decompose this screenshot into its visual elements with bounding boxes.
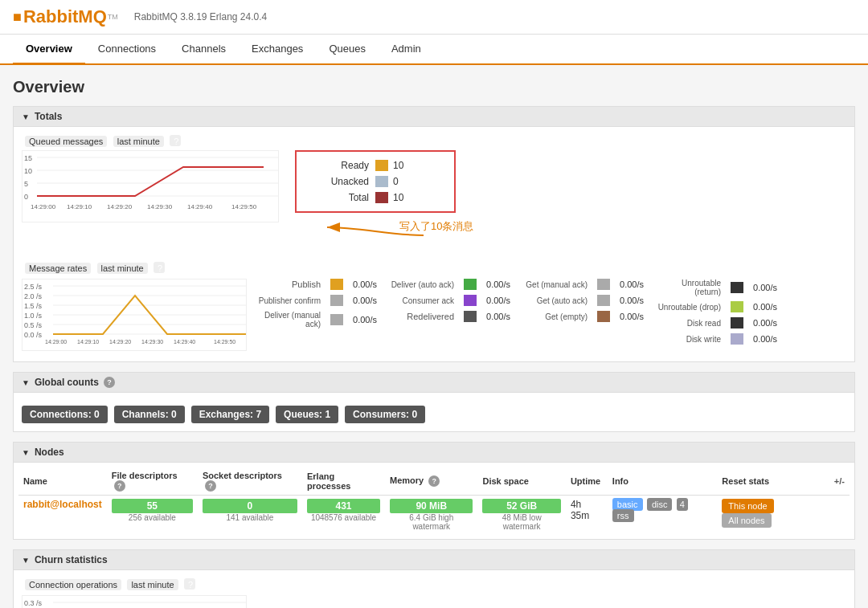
channels-badge[interactable]: Channels: 0 bbox=[114, 406, 185, 423]
svg-text:14:29:00: 14:29:00 bbox=[45, 339, 67, 345]
logo: ■ RabbitMQ TM bbox=[13, 6, 118, 27]
tag-disc: disc bbox=[647, 498, 673, 511]
erlang-proc-avail: 1048576 available bbox=[307, 513, 380, 522]
churn-section: Churn statistics Connection operations l… bbox=[13, 549, 855, 608]
rate-disk-write: Disk write 0.00/s bbox=[657, 333, 777, 345]
svg-text:14:29:30: 14:29:30 bbox=[147, 203, 173, 210]
tag-num: 4 bbox=[677, 498, 688, 511]
disk-note: 48 MiB low watermark bbox=[482, 513, 560, 531]
svg-text:0.5 /s: 0.5 /s bbox=[24, 321, 43, 329]
svg-text:14:29:40: 14:29:40 bbox=[187, 203, 213, 210]
rate-get-auto: Get (auto ack) 0.00/s bbox=[523, 295, 644, 306]
svg-text:5: 5 bbox=[24, 180, 28, 188]
global-counts-help[interactable]: ? bbox=[104, 377, 115, 388]
rate-get-empty-value: 0.00/s bbox=[620, 312, 644, 321]
global-counts-section: Global counts ? Connections: 0 Channels:… bbox=[13, 372, 855, 432]
rate-redelivered-value: 0.00/s bbox=[486, 312, 510, 321]
connections-badge[interactable]: Connections: 0 bbox=[22, 406, 108, 423]
totals-section: Totals Queued messages last minute ? 15 … bbox=[13, 106, 855, 362]
unacked-color bbox=[375, 176, 388, 187]
queues-badge[interactable]: Queues: 1 bbox=[276, 406, 338, 423]
nav-channels[interactable]: Channels bbox=[169, 35, 239, 65]
rate-publish: Publish 0.00/s bbox=[256, 279, 377, 290]
global-counts-header[interactable]: Global counts ? bbox=[14, 373, 854, 393]
col-socket-desc: Socket descriptors ? bbox=[198, 467, 302, 496]
rate-get-manual: Get (manual ack) 0.00/s bbox=[523, 279, 644, 290]
file-desc-help[interactable]: ? bbox=[114, 480, 125, 492]
node-socket-desc: 0 141 available bbox=[198, 496, 302, 535]
node-uptime: 4h 35m bbox=[566, 496, 608, 535]
rates-col-2: Deliver (auto ack) 0.00/s Consumer ack 0… bbox=[390, 279, 510, 345]
nav-admin[interactable]: Admin bbox=[379, 35, 434, 65]
unroutable-return-color bbox=[731, 282, 743, 293]
exchanges-badge[interactable]: Exchanges: 7 bbox=[191, 406, 269, 423]
node-erlang-proc: 431 1048576 available bbox=[302, 496, 385, 535]
rates-time-badge[interactable]: last minute bbox=[97, 263, 148, 274]
svg-text:14:29:10: 14:29:10 bbox=[67, 203, 92, 210]
col-plus-minus[interactable]: +/- bbox=[829, 467, 850, 496]
all-nodes-button[interactable]: All nodes bbox=[722, 513, 771, 528]
legend-annotation-area: Ready 10 Unacked 0 Total bbox=[295, 150, 456, 254]
rate-unroutable-drop: Unroutable (drop) 0.00/s bbox=[657, 301, 777, 312]
svg-text:14:29:30: 14:29:30 bbox=[141, 339, 163, 345]
rates-help-icon[interactable]: ? bbox=[154, 262, 165, 273]
legend-ready: Ready 10 bbox=[313, 160, 438, 171]
rate-redelivered-label: Redelivered bbox=[390, 312, 454, 321]
nodes-header[interactable]: Nodes bbox=[14, 443, 854, 463]
message-rates-label: Message rates last minute ? bbox=[22, 262, 846, 274]
col-erlang-proc: Erlang processes bbox=[302, 467, 385, 496]
consumers-badge[interactable]: Consumers: 0 bbox=[345, 406, 425, 423]
rate-publish-label: Publish bbox=[256, 280, 321, 289]
nav-exchanges[interactable]: Exchanges bbox=[239, 35, 316, 65]
socket-desc-help[interactable]: ? bbox=[205, 480, 216, 492]
totals-header[interactable]: Totals bbox=[14, 107, 854, 127]
this-node-button[interactable]: This node bbox=[722, 499, 773, 513]
consumer-ack-color bbox=[464, 295, 477, 306]
rate-deliver-auto-label: Deliver (auto ack) bbox=[390, 280, 454, 289]
svg-text:2.5 /s: 2.5 /s bbox=[24, 283, 43, 291]
ready-label: Ready bbox=[313, 160, 369, 171]
node-file-desc: 55 256 available bbox=[107, 496, 198, 535]
churn-help-icon[interactable]: ? bbox=[184, 578, 195, 590]
node-expand[interactable] bbox=[829, 496, 850, 535]
churn-header[interactable]: Churn statistics bbox=[14, 550, 854, 570]
nav-connections[interactable]: Connections bbox=[85, 35, 169, 65]
nodes-section: Nodes Name File descriptors ? Socket des… bbox=[13, 442, 855, 540]
get-auto-color bbox=[597, 295, 610, 306]
socket-desc-avail: 141 available bbox=[203, 513, 297, 522]
rate-deliver-manual: Deliver (manual ack) 0.00/s bbox=[256, 311, 377, 328]
churn-time-badge[interactable]: last minute bbox=[127, 579, 178, 590]
rate-redelivered: Redelivered 0.00/s bbox=[390, 311, 510, 322]
rate-deliver-auto-value: 0.00/s bbox=[486, 280, 510, 289]
ready-value: 10 bbox=[393, 160, 403, 171]
legend-box: Ready 10 Unacked 0 Total bbox=[295, 150, 456, 213]
disk-bar: 52 GiB bbox=[482, 499, 560, 513]
publish-color bbox=[330, 279, 343, 290]
svg-text:14:29:40: 14:29:40 bbox=[174, 339, 195, 345]
deliver-manual-color bbox=[330, 314, 343, 325]
nav-queues[interactable]: Queues bbox=[316, 35, 379, 65]
redelivered-color bbox=[464, 311, 477, 322]
memory-help[interactable]: ? bbox=[428, 475, 440, 487]
rate-unroutable-return-value: 0.00/s bbox=[753, 283, 777, 292]
table-row: rabbit@localhost 55 256 available 0 141 … bbox=[18, 496, 850, 535]
file-desc-avail: 256 available bbox=[112, 513, 193, 522]
nav-overview[interactable]: Overview bbox=[13, 35, 85, 65]
rate-consumer-ack-value: 0.00/s bbox=[486, 296, 510, 305]
help-icon[interactable]: ? bbox=[170, 135, 181, 146]
totals-body: Queued messages last minute ? 15 10 5 0 bbox=[14, 127, 854, 361]
node-disk-space: 52 GiB 48 MiB low watermark bbox=[477, 496, 565, 535]
time-range-badge[interactable]: last minute bbox=[113, 136, 164, 147]
col-reset-stats: Reset stats bbox=[717, 467, 829, 496]
node-name[interactable]: rabbit@localhost bbox=[18, 496, 107, 535]
memory-bar: 90 MiB bbox=[390, 499, 473, 513]
rate-disk-read-label: Disk read bbox=[657, 319, 721, 328]
legend-unacked: Unacked 0 bbox=[313, 176, 438, 187]
logo-text: RabbitMQ bbox=[23, 6, 107, 27]
get-manual-color bbox=[597, 279, 610, 290]
tag-rss: rss bbox=[612, 509, 634, 522]
pub-confirm-color bbox=[330, 295, 343, 306]
churn-label: Churn statistics bbox=[35, 554, 108, 565]
main-nav: Overview Connections Channels Exchanges … bbox=[0, 35, 868, 65]
logo-tm: TM bbox=[108, 13, 118, 21]
